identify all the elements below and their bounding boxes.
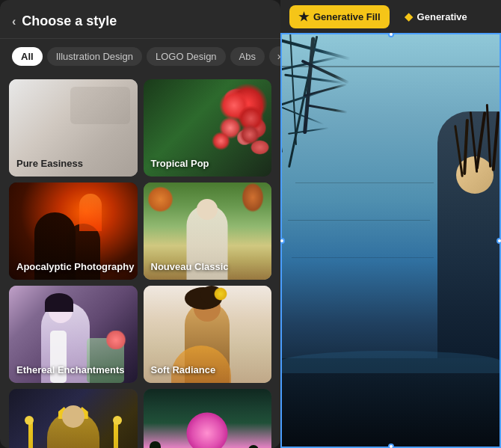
style-card-soft-radiance[interactable]: Soft Radiance <box>144 286 272 383</box>
style-panel: ‹ Choose a style All Illustration Design… <box>0 0 280 448</box>
card-label-pure-easiness: Pure Easiness <box>16 158 83 171</box>
style-card-apocalyptic[interactable]: Apocalyptic Photography <box>9 182 138 280</box>
style-card-sunset[interactable] <box>144 389 272 448</box>
gen-label: Generative <box>417 11 467 22</box>
card-bg <box>9 389 138 448</box>
style-card-ethereal[interactable]: Ethereal Enchantments <box>9 286 138 383</box>
style-card-nouveau[interactable]: Nouveau Classic <box>144 182 272 280</box>
card-label-nouveau: Nouveau Classic <box>151 261 229 274</box>
filter-tab-abs[interactable]: Abs <box>230 47 265 66</box>
top-bar: ★ Generative Fill ◆ Generative <box>280 0 501 33</box>
card-label-soft-radiance: Soft Radiance <box>151 364 216 377</box>
filter-tab-all[interactable]: All <box>12 47 43 66</box>
card-label-ethereal: Ethereal Enchantments <box>16 364 125 377</box>
filter-tab-illustration[interactable]: Illustration Design <box>47 47 142 66</box>
style-grid: Pure Easiness Tropical Pop <box>0 73 280 448</box>
style-card-tropical-pop[interactable]: Tropical Pop <box>144 79 272 177</box>
style-card-pure-easiness[interactable]: Pure Easiness <box>9 79 138 177</box>
panel-header: ‹ Choose a style <box>0 0 280 39</box>
card-label-apocalyptic: Apocalyptic Photography <box>16 261 134 274</box>
back-icon: ‹ <box>12 15 16 28</box>
filter-tabs: All Illustration Design LOGO Design Abs … <box>0 39 280 73</box>
generative-fill-button[interactable]: ★ Generative Fill <box>289 5 390 28</box>
right-panel: ★ Generative Fill ◆ Generative <box>280 0 501 448</box>
generative-button[interactable]: ◆ Generative <box>396 6 476 27</box>
comic-scene <box>280 33 501 448</box>
card-bg <box>144 389 272 448</box>
card-label-tropical-pop: Tropical Pop <box>151 158 209 171</box>
gen-fill-label: Generative Fill <box>313 11 381 22</box>
panel-title: Choose a style <box>22 13 117 29</box>
filter-more-button[interactable]: › <box>269 46 280 66</box>
back-button[interactable]: ‹ Choose a style <box>12 13 268 29</box>
comic-bg-gradient <box>280 33 501 448</box>
star-icon: ★ <box>298 10 309 24</box>
diamond-icon: ◆ <box>405 10 413 22</box>
style-card-king[interactable] <box>9 389 138 448</box>
filter-tab-logo[interactable]: LOGO Design <box>147 47 226 66</box>
